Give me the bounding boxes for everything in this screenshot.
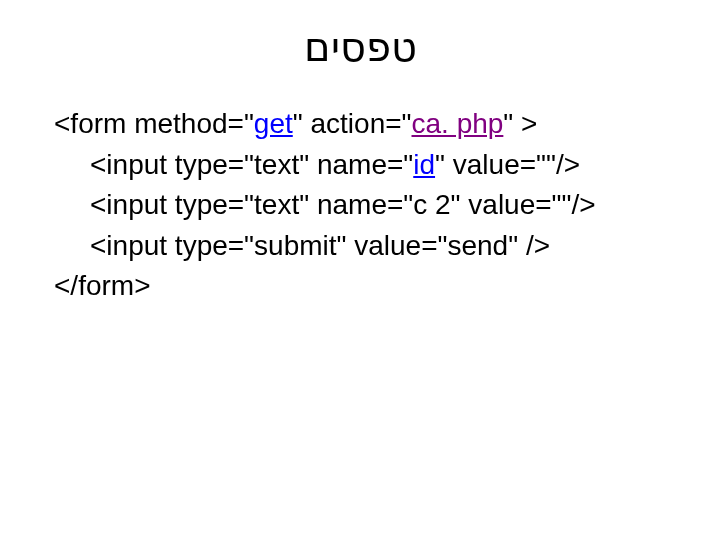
text: <form method=" xyxy=(54,108,254,139)
text: " > xyxy=(503,108,537,139)
text: " value=""/> xyxy=(435,149,580,180)
slide: טפסים <form method="get" action="ca. php… xyxy=(0,0,720,540)
slide-body: <form method="get" action="ca. php" > <i… xyxy=(54,104,666,307)
action-value: ca. php xyxy=(412,108,504,139)
method-value: get xyxy=(254,108,293,139)
code-line-input-submit: <input type="submit" value="send" /> xyxy=(54,226,666,267)
name-value: id xyxy=(413,149,435,180)
code-line-input-c2: <input type="text" name="c 2" value=""/> xyxy=(54,185,666,226)
code-line-form-close: </form> xyxy=(54,266,666,307)
slide-title: טפסים xyxy=(0,24,720,70)
text: " action=" xyxy=(293,108,412,139)
code-line-form-open: <form method="get" action="ca. php" > xyxy=(54,104,666,145)
text: <input type="text" name=" xyxy=(90,149,413,180)
code-line-input-id: <input type="text" name="id" value=""/> xyxy=(54,145,666,186)
